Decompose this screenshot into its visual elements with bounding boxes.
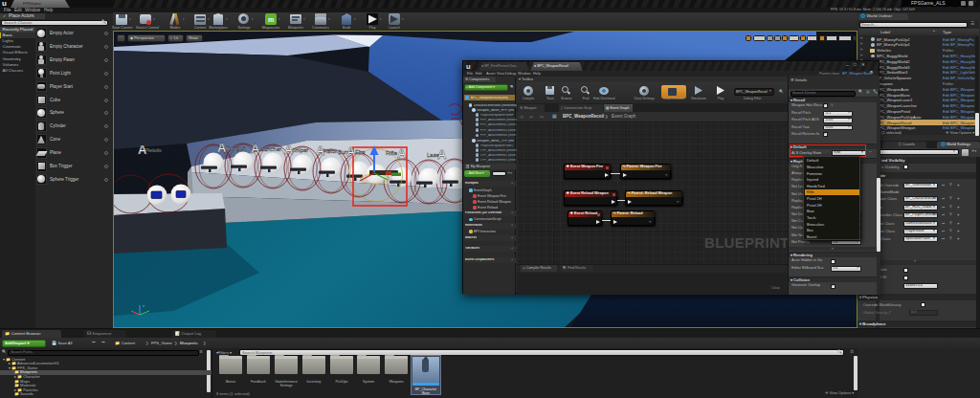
- svg-text:A: A: [346, 144, 356, 159]
- svg-text:Shotgun: Shotgun: [225, 145, 246, 151]
- svg-text:A: A: [251, 142, 260, 156]
- svg-text:Rifle: Rifle: [386, 150, 398, 156]
- svg-text:Fire: Fire: [355, 149, 366, 155]
- svg-text:z: z: [143, 303, 145, 308]
- svg-text:Pistols: Pistols: [145, 147, 162, 153]
- svg-text:Launcher: Launcher: [257, 146, 281, 152]
- svg-text:A: A: [284, 143, 294, 157]
- svg-text:A: A: [138, 143, 147, 157]
- svg-text:A: A: [397, 146, 407, 161]
- svg-text:A: A: [316, 144, 325, 158]
- svg-text:Sniper: Sniper: [292, 147, 308, 153]
- svg-text:A: A: [437, 147, 447, 162]
- svg-text:A: A: [217, 141, 227, 155]
